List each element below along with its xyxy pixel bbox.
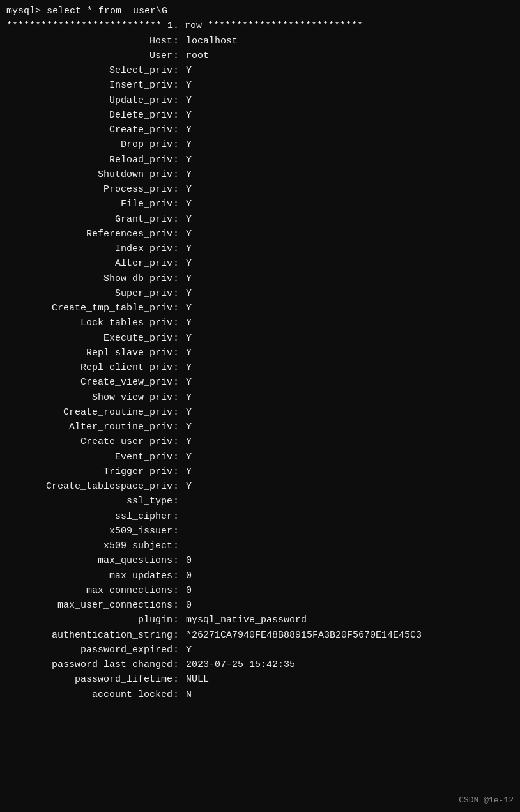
field-value: Y: [185, 182, 192, 197]
field-value: Y: [185, 78, 192, 93]
field-name: Host: [6, 34, 172, 49]
field-value: [185, 494, 186, 509]
field-name: Drop_priv: [6, 137, 172, 152]
field-value: Y: [185, 108, 192, 123]
table-row: Drop_priv: Y: [6, 137, 514, 152]
table-row: Event_priv: Y: [6, 450, 514, 464]
field-name: Create_tablespace_priv: [6, 479, 172, 494]
field-value: Y: [185, 137, 192, 152]
field-value: root: [185, 49, 209, 63]
field-separator: :: [172, 479, 185, 494]
field-name: Shutdown_priv: [6, 167, 172, 182]
table-row: Trigger_priv: Y: [6, 464, 514, 479]
command-line: mysql> select * from user\G: [6, 4, 514, 19]
table-row: Create_priv: Y: [6, 123, 514, 137]
field-value: NULL: [185, 672, 209, 687]
field-value: Y: [185, 405, 192, 420]
field-value: [185, 524, 186, 539]
field-value: *26271CA7940FE48B88915FA3B20F5670E14E45C…: [185, 628, 422, 643]
field-value: mysql_native_password: [185, 613, 307, 627]
field-separator: :: [172, 613, 185, 627]
table-row: Process_priv: Y: [6, 182, 514, 197]
field-name: max_questions: [6, 553, 172, 568]
field-separator: :: [172, 450, 185, 464]
field-name: max_updates: [6, 569, 172, 583]
field-value: Y: [185, 286, 192, 301]
field-value: Y: [185, 375, 192, 390]
field-name: Super_priv: [6, 286, 172, 301]
field-separator: :: [172, 598, 185, 613]
table-row: References_priv: Y: [6, 227, 514, 241]
field-name: plugin: [6, 613, 172, 627]
field-separator: :: [172, 657, 185, 672]
table-row: max_updates: 0: [6, 569, 514, 583]
field-separator: :: [172, 301, 185, 316]
field-value: Y: [185, 227, 192, 241]
field-separator: :: [172, 49, 185, 63]
table-row: Create_tmp_table_priv: Y: [6, 301, 514, 316]
table-row: Index_priv: Y: [6, 241, 514, 256]
table-row: Host: localhost: [6, 34, 514, 49]
field-name: Event_priv: [6, 450, 172, 464]
field-value: Y: [185, 434, 192, 449]
field-name: Delete_priv: [6, 108, 172, 123]
field-separator: :: [172, 331, 185, 346]
field-separator: :: [172, 539, 185, 553]
field-value: Y: [185, 360, 192, 375]
field-value: Y: [185, 331, 192, 346]
field-value: Y: [185, 390, 192, 405]
field-name: Index_priv: [6, 241, 172, 256]
field-separator: :: [172, 108, 185, 123]
field-value: Y: [185, 272, 192, 286]
field-name: Show_view_priv: [6, 390, 172, 405]
field-value: Y: [185, 212, 192, 227]
field-value: Y: [185, 301, 192, 316]
field-value: Y: [185, 256, 192, 271]
field-name: Alter_routine_priv: [6, 420, 172, 434]
table-row: Delete_priv: Y: [6, 108, 514, 123]
field-separator: :: [172, 509, 185, 524]
table-row: max_questions: 0: [6, 553, 514, 568]
table-row: Execute_priv: Y: [6, 331, 514, 346]
field-value: Y: [185, 479, 192, 494]
field-separator: :: [172, 569, 185, 583]
field-value: Y: [185, 93, 192, 108]
table-row: password_lifetime: NULL: [6, 672, 514, 687]
field-value: Y: [185, 643, 192, 657]
table-row: Repl_client_priv: Y: [6, 360, 514, 375]
table-row: User: root: [6, 49, 514, 63]
table-row: x509_subject:: [6, 539, 514, 553]
field-separator: :: [172, 286, 185, 301]
field-name: Create_view_priv: [6, 375, 172, 390]
field-name: ssl_cipher: [6, 509, 172, 524]
field-separator: :: [172, 405, 185, 420]
field-value: Y: [185, 420, 192, 434]
table-row: Show_view_priv: Y: [6, 390, 514, 405]
field-name: Create_priv: [6, 123, 172, 137]
field-value: Y: [185, 346, 192, 360]
field-separator: :: [172, 34, 185, 49]
field-value: Y: [185, 241, 192, 256]
field-name: Reload_priv: [6, 153, 172, 167]
field-separator: :: [172, 643, 185, 657]
table-row: Create_view_priv: Y: [6, 375, 514, 390]
field-name: authentication_string: [6, 628, 172, 643]
table-row: Insert_priv: Y: [6, 78, 514, 93]
field-name: x509_issuer: [6, 524, 172, 539]
data-rows-container: Host: localhostUser: rootSelect_priv: YI…: [6, 34, 514, 702]
table-row: Shutdown_priv: Y: [6, 167, 514, 182]
field-value: Y: [185, 197, 192, 211]
field-value: 0: [185, 569, 192, 583]
field-name: Execute_priv: [6, 331, 172, 346]
table-row: Repl_slave_priv: Y: [6, 346, 514, 360]
field-separator: :: [172, 153, 185, 167]
field-value: Y: [185, 464, 192, 479]
field-value: Y: [185, 167, 192, 182]
field-name: Process_priv: [6, 182, 172, 197]
table-row: Create_routine_priv: Y: [6, 405, 514, 420]
field-separator: :: [172, 63, 185, 78]
field-separator: :: [172, 494, 185, 509]
field-separator: :: [172, 316, 185, 330]
field-name: max_connections: [6, 583, 172, 598]
field-value: 0: [185, 553, 192, 568]
